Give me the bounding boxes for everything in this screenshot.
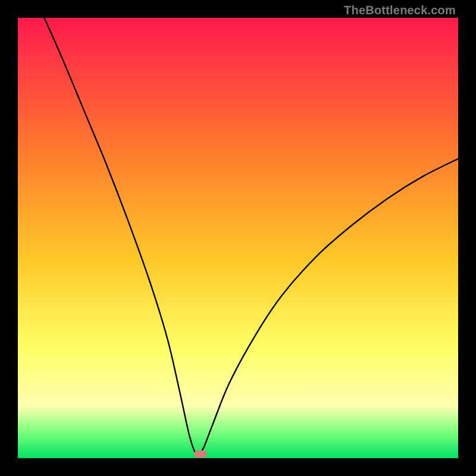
watermark-text: TheBottleneck.com (344, 4, 456, 17)
bottleneck-curve (18, 18, 458, 458)
plot-area (18, 18, 458, 458)
chart-frame: TheBottleneck.com (0, 0, 476, 476)
minimum-marker (194, 450, 207, 458)
